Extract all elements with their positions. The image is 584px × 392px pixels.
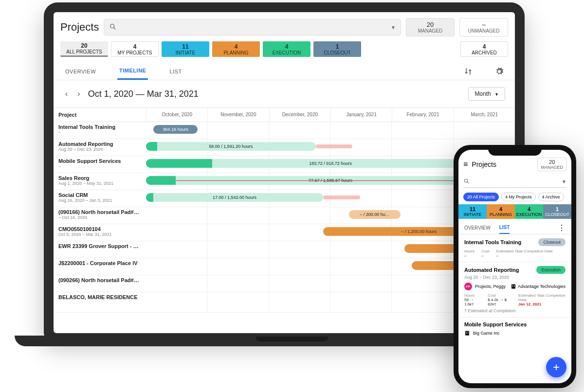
mobile-tab-overview[interactable]: OVERVIEW: [464, 222, 491, 233]
svg-point-2: [464, 179, 468, 182]
svg-point-0: [110, 24, 114, 28]
project-row[interactable]: (090166) North horsetail Pad#11 P…– Oct …: [54, 207, 515, 224]
gantt-bar[interactable]: 17.00 / 1,542.00 hours: [146, 193, 323, 202]
mobile-phase-bar: 11INITIATE 4PLANNING 4EXECUTION 1CLOSEOU…: [458, 204, 571, 219]
mobile-search-input[interactable]: ▼: [463, 176, 566, 188]
filter-archived[interactable]: 4 ARCHIVED: [460, 41, 508, 57]
chip-all-projects[interactable]: 20 All Projects: [463, 193, 499, 201]
project-card[interactable]: Internal Tools Training Closeout Hours– …: [458, 234, 571, 262]
gantt-overrun: [316, 144, 353, 148]
more-icon[interactable]: ⋮: [558, 226, 566, 231]
gear-icon[interactable]: [493, 66, 505, 77]
svg-rect-13: [468, 333, 469, 334]
chevron-down-icon: ▼: [562, 179, 566, 184]
svg-rect-9: [465, 331, 469, 336]
month-header: December, 2020: [269, 108, 330, 122]
month-header: October, 2020: [146, 108, 207, 122]
phase-planning[interactable]: 4PLANNING: [487, 204, 515, 219]
chevron-down-icon: ▼: [494, 92, 499, 97]
gantt-bar[interactable]: – / 200.00 ho…: [349, 210, 401, 219]
filter-my-projects[interactable]: 4 MY PROJECTS: [111, 41, 159, 57]
project-row[interactable]: CMO0550100104Oct 6, 2020 – Mar 31, 2021 …: [54, 224, 515, 241]
svg-rect-6: [514, 285, 515, 286]
timeline-rows: Internal Tools Training– 364.16 hours Au…: [54, 122, 515, 313]
tab-overview[interactable]: OVERVIEW: [63, 64, 98, 79]
tab-timeline[interactable]: TIMELINE: [117, 63, 148, 80]
svg-line-3: [467, 182, 469, 183]
phase-execution[interactable]: 4EXECUTION: [515, 204, 543, 219]
unmanaged-stat[interactable]: – UNMANAGED: [459, 18, 508, 36]
filter-row: 20 ALL PROJECTS 4 MY PROJECTS 11 INITIAT…: [54, 41, 515, 60]
phase-closeout[interactable]: 1CLOSEOUT: [543, 204, 571, 219]
status-badge: Execution: [536, 266, 566, 274]
phase-initiate[interactable]: 11INITIATE: [458, 204, 487, 219]
month-header: January, 2021: [330, 108, 392, 122]
menu-icon[interactable]: ≡: [463, 160, 468, 169]
tab-list[interactable]: LIST: [167, 64, 183, 79]
project-row[interactable]: Social CRMAug 16, 2020 – Jan 3, 2021 17.…: [54, 190, 515, 207]
status-badge: Closeout: [538, 238, 566, 246]
month-header: November, 2020: [207, 108, 269, 122]
project-card[interactable]: Automated Reporting Execution Aug 20 – D…: [458, 262, 571, 318]
laptop-frame: Projects ▼ 20 MANAGED – UNMANAGED: [44, 2, 525, 338]
chip-my-projects[interactable]: 4 My Projects: [501, 193, 536, 201]
search-icon: [109, 23, 117, 32]
svg-rect-10: [466, 332, 467, 333]
filter-closeout[interactable]: 1 CLOSEOUT: [313, 41, 361, 57]
project-row[interactable]: Internal Tools Training– 364.16 hours: [54, 122, 515, 139]
chip-archived[interactable]: 4 Archive: [538, 193, 564, 201]
gantt-progress: [146, 142, 157, 151]
prev-range-button[interactable]: ‹: [63, 89, 70, 98]
building-icon: [511, 284, 516, 289]
search-input[interactable]: ▼: [104, 19, 401, 36]
search-icon: [463, 178, 470, 185]
mobile-managed-stat[interactable]: 20 MANAGED: [537, 158, 566, 171]
project-row[interactable]: Mobile Support Services– 183.72 / 918.72…: [54, 156, 515, 173]
project-row[interactable]: (090266) North horsetail Pad#12 P…: [54, 275, 515, 292]
project-card[interactable]: Mobile Support Services Big Game Inc: [458, 318, 571, 340]
gantt-progress: [146, 193, 153, 202]
date-range: Oct 1, 2020 — Mar 31, 2021: [88, 89, 199, 99]
filter-planning[interactable]: 4 PLANNING: [212, 41, 260, 57]
gantt-bar[interactable]: 364.16 hours: [153, 125, 198, 134]
svg-rect-11: [468, 332, 469, 333]
project-row[interactable]: Automated ReportingAug 20 – Dec 23, 2020…: [54, 139, 515, 156]
filter-all-projects[interactable]: 20 ALL PROJECTS: [60, 41, 108, 57]
date-range-row: ‹ › Oct 1, 2020 — Mar 31, 2021 Month ▼: [54, 80, 515, 107]
phone-notch: [488, 147, 542, 156]
view-tabs: OVERVIEW TIMELINE LIST: [54, 60, 515, 80]
avatar: PP: [464, 283, 472, 290]
project-row[interactable]: Sales ReorgAug 1, 2020 – May 31, 2021 77…: [54, 173, 515, 190]
mobile-screen: ≡ Projects 20 MANAGED ▼ 20 All Projects …: [458, 150, 571, 383]
timeline-header: Project October, 2020 November, 2020 Dec…: [54, 107, 515, 122]
sort-icon[interactable]: [462, 66, 474, 77]
laptop-hinge-notch: [256, 337, 328, 341]
building-icon: [464, 330, 470, 336]
mobile-filter-chips: 20 All Projects 4 My Projects 4 Archive: [458, 190, 571, 204]
svg-rect-5: [512, 285, 513, 286]
next-range-button[interactable]: ›: [75, 89, 82, 98]
project-row[interactable]: J$2200001 - Corporate Place IV – / 4…: [54, 258, 515, 275]
column-project: Project: [54, 108, 146, 122]
gantt-bar[interactable]: 58.00 / 1,591.20 hours: [146, 142, 316, 151]
svg-rect-8: [514, 286, 515, 287]
mobile-view-tabs: OVERVIEW LIST ⋮: [458, 219, 571, 234]
svg-line-1: [114, 28, 115, 29]
filter-initiate[interactable]: 11 INITIATE: [162, 41, 209, 57]
page-title: Projects: [60, 21, 99, 34]
mobile-tab-list[interactable]: LIST: [499, 222, 510, 234]
project-row[interactable]: EWR 23399 Grover Support - Lawr…: [54, 241, 515, 258]
month-header: February, 2021: [392, 108, 453, 122]
gantt-overrun: [323, 196, 360, 199]
desktop-screen: Projects ▼ 20 MANAGED – UNMANAGED: [54, 12, 515, 333]
project-row[interactable]: BELASCO, MARIE RESIDENCE: [54, 292, 515, 313]
filter-execution[interactable]: 4 EXECUTION: [263, 41, 310, 57]
footnote: † Estimated at Completion: [464, 308, 566, 313]
gantt-progress: [146, 159, 212, 168]
add-button[interactable]: +: [546, 357, 566, 377]
period-select[interactable]: Month ▼: [468, 87, 505, 101]
phone-frame: ≡ Projects 20 MANAGED ▼ 20 All Projects …: [454, 145, 576, 388]
managed-stat[interactable]: 20 MANAGED: [406, 18, 455, 36]
gantt-progress: [146, 176, 176, 185]
mobile-page-title: Projects: [472, 160, 496, 168]
